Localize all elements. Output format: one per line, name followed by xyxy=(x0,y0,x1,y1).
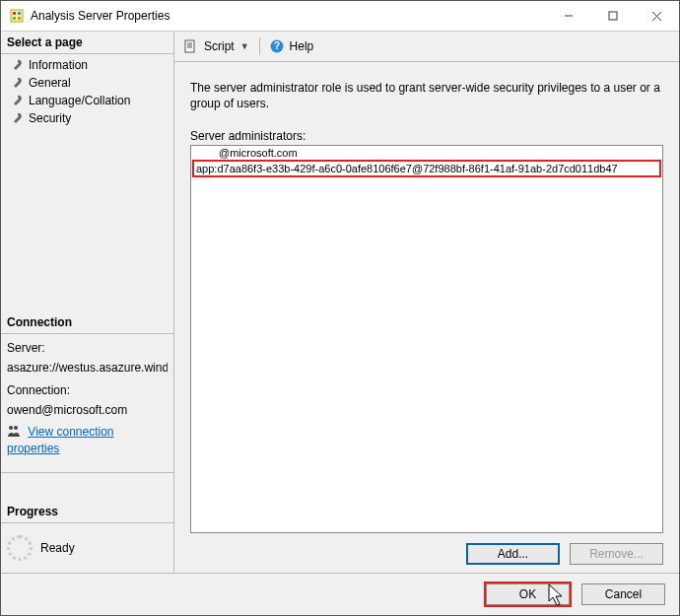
wrench-icon xyxy=(11,77,23,89)
page-label: Information xyxy=(29,58,88,72)
svg-point-10 xyxy=(14,426,18,430)
right-panel: Script ▼ ? Help The server administrator… xyxy=(174,32,679,573)
add-button[interactable]: Add... xyxy=(466,543,560,565)
progress-status: Ready xyxy=(40,541,75,555)
app-icon xyxy=(9,8,25,24)
dialog-footer: OK Cancel xyxy=(1,573,679,615)
connection-label: Connection: xyxy=(7,382,168,398)
script-dropdown-arrow[interactable]: ▼ xyxy=(240,41,249,51)
close-button[interactable] xyxy=(635,1,679,31)
connection-value: owend@microsoft.com xyxy=(7,402,168,418)
svg-rect-1 xyxy=(13,12,16,15)
page-general[interactable]: General xyxy=(1,74,173,92)
svg-rect-4 xyxy=(18,17,21,20)
people-icon xyxy=(7,425,21,441)
page-label: General xyxy=(29,76,71,90)
page-language-collation[interactable]: Language/Collation xyxy=(1,92,173,109)
titlebar: Analysis Server Properties xyxy=(1,1,679,32)
script-button[interactable]: Script xyxy=(204,39,235,53)
admin-entry-highlighted[interactable]: app:d7aa86f3-e33b-429f-a6c0-0afe8106f6e7… xyxy=(192,160,661,177)
svg-rect-0 xyxy=(11,10,23,22)
page-label: Language/Collation xyxy=(29,94,130,107)
security-page-content: The server administrator role is used to… xyxy=(174,62,679,573)
left-panel: Select a page Information General xyxy=(1,32,174,573)
connection-block: Server: asazure://westus.asazure.windows… xyxy=(1,334,173,466)
description-text: The server administrator role is used to… xyxy=(190,80,663,111)
progress-header: Progress xyxy=(1,501,173,523)
svg-point-9 xyxy=(9,426,13,430)
wrench-icon xyxy=(11,95,23,106)
view-connection-properties-link[interactable]: View connection properties xyxy=(7,425,114,455)
toolbar: Script ▼ ? Help xyxy=(174,32,679,62)
page-information[interactable]: Information xyxy=(1,56,173,74)
ok-button-highlight: OK xyxy=(484,582,572,607)
analysis-server-properties-dialog: Analysis Server Properties Select a page xyxy=(0,0,680,616)
server-administrators-list[interactable]: @microsoft.com app:d7aa86f3-e33b-429f-a6… xyxy=(190,145,663,533)
help-icon: ? xyxy=(270,39,284,53)
minimize-button[interactable] xyxy=(546,1,590,31)
wrench-icon xyxy=(11,59,23,71)
progress-block: Ready xyxy=(1,523,173,573)
server-value: asazure://westus.asazure.windows xyxy=(7,360,168,376)
svg-rect-11 xyxy=(185,40,194,52)
page-security[interactable]: Security xyxy=(1,109,173,127)
svg-rect-6 xyxy=(609,12,617,20)
server-label: Server: xyxy=(7,340,168,356)
server-administrators-label: Server administrators: xyxy=(190,129,663,143)
svg-rect-3 xyxy=(13,17,16,20)
connection-header: Connection xyxy=(1,311,173,334)
script-icon xyxy=(182,38,198,54)
page-list: Information General Language/Collation xyxy=(1,54,173,131)
maximize-button[interactable] xyxy=(590,1,635,31)
window-title: Analysis Server Properties xyxy=(31,9,170,23)
page-label: Security xyxy=(29,111,71,125)
admin-entry[interactable]: @microsoft.com xyxy=(191,146,662,160)
select-a-page-header: Select a page xyxy=(1,32,173,54)
ok-button[interactable]: OK xyxy=(486,583,570,605)
cancel-button[interactable]: Cancel xyxy=(581,583,665,605)
remove-button[interactable]: Remove... xyxy=(570,543,663,565)
wrench-icon xyxy=(11,112,23,124)
svg-rect-2 xyxy=(18,12,21,15)
svg-text:?: ? xyxy=(274,40,280,51)
help-button[interactable]: Help xyxy=(290,39,314,53)
progress-spinner-icon xyxy=(7,535,33,561)
